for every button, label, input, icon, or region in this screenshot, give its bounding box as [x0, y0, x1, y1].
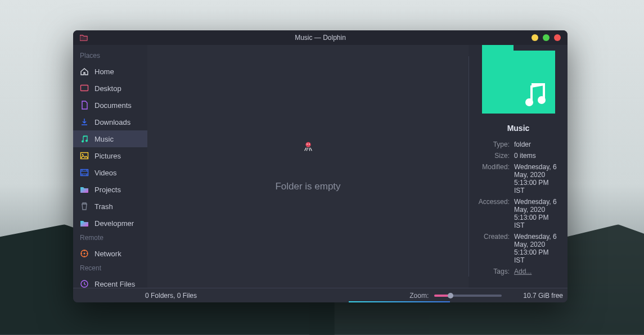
sidebar-item-music[interactable]: Music — [73, 130, 147, 147]
item-counts: 0 Folders, 0 Files — [145, 292, 197, 300]
info-value: Wednesday, 6 May, 2020 5:13:00 PM IST — [514, 233, 561, 264]
sidebar-item-label: Documents — [94, 101, 132, 110]
minimize-button[interactable] — [532, 34, 538, 41]
svg-point-12 — [525, 98, 533, 106]
titlebar[interactable]: Music — Dolphin — [73, 30, 568, 45]
info-value: Add... — [514, 268, 561, 275]
sidebar-header: Recent — [73, 262, 147, 275]
sidebar-item-label: Home — [94, 67, 114, 76]
pics-icon — [80, 151, 89, 160]
sidebar-item-pictures[interactable]: Pictures — [73, 147, 147, 164]
svg-rect-0 — [81, 85, 88, 91]
empty-folder-label: Folder is empty — [275, 181, 340, 192]
svg-point-4 — [82, 154, 83, 155]
maximize-button[interactable] — [543, 34, 550, 41]
svg-point-1 — [82, 141, 84, 143]
desk-icon — [80, 84, 89, 93]
sidebar-item-recent-files[interactable]: Recent Files — [73, 275, 147, 288]
music-icon — [80, 134, 89, 143]
folder-thumbnail — [482, 51, 555, 114]
sidebar-item-videos[interactable]: Videos — [73, 164, 147, 181]
sidebar-item-label: Projects — [94, 185, 121, 194]
sidebar-item-label: Network — [94, 250, 121, 258]
svg-point-10 — [307, 144, 308, 145]
info-value: folder — [514, 141, 561, 148]
svg-point-13 — [538, 96, 546, 104]
info-value: Wednesday, 6 May, 2020 5:13:00 PM IST — [514, 163, 561, 194]
sidebar-item-label: Pictures — [94, 152, 121, 160]
sidebar-item-label: Recent Files — [94, 280, 135, 288]
sidebar-item-downloads[interactable]: Downloads — [73, 114, 147, 130]
zoom-label: Zoom: — [409, 292, 429, 300]
zoom-slider[interactable] — [434, 295, 502, 297]
sidebar: PlacesHomeDesktopDocumentsDownloadsMusic… — [73, 45, 147, 288]
sidebar-item-label: Developmer — [94, 219, 134, 228]
svg-point-7 — [84, 253, 85, 255]
recent-icon — [80, 279, 89, 288]
empty-icon — [302, 141, 314, 153]
info-title: Music — [476, 124, 561, 133]
sidebar-item-trash[interactable]: Trash — [73, 198, 147, 215]
sidebar-item-label: Music — [94, 135, 114, 143]
sidebar-item-network[interactable]: Network — [73, 245, 147, 262]
sidebar-header: Places — [73, 49, 147, 63]
down-icon — [80, 117, 89, 126]
free-space-bar — [349, 301, 450, 302]
svg-point-2 — [85, 140, 88, 142]
info-panel: Music Type:folderSize:0 itemsModified:We… — [469, 45, 568, 288]
sidebar-item-desktop[interactable]: Desktop — [73, 80, 147, 97]
svg-rect-3 — [81, 153, 88, 159]
sidebar-item-label: Trash — [94, 202, 113, 211]
app-icon — [80, 34, 88, 42]
info-key: Created: — [476, 233, 510, 264]
docs-icon — [80, 101, 89, 110]
dev-icon — [80, 219, 89, 228]
info-key: Modified: — [476, 163, 510, 194]
sidebar-item-projects[interactable]: Projects — [73, 181, 147, 198]
home-icon — [80, 67, 89, 76]
sidebar-item-label: Downloads — [94, 118, 130, 126]
proj-icon — [80, 185, 89, 194]
sidebar-item-developmer[interactable]: Developmer — [73, 215, 147, 232]
info-key: Accessed: — [476, 198, 510, 229]
app-window: Music — Dolphin PlacesHomeDesktopDocumen… — [73, 30, 568, 302]
sidebar-item-home[interactable]: Home — [73, 63, 147, 80]
window-title: Music — Dolphin — [73, 34, 568, 42]
svg-rect-5 — [81, 170, 88, 176]
trash-icon — [80, 202, 89, 211]
status-bar: 0 Folders, 0 Files Zoom: 10.7 GiB free — [73, 288, 568, 302]
sidebar-item-label: Desktop — [94, 84, 121, 93]
svg-point-9 — [305, 142, 310, 147]
info-key: Size: — [476, 152, 510, 160]
free-space: 10.7 GiB free — [523, 292, 563, 300]
vids-icon — [80, 168, 89, 177]
info-key: Type: — [476, 141, 510, 148]
sidebar-item-label: Videos — [94, 169, 117, 177]
sidebar-item-documents[interactable]: Documents — [73, 97, 147, 114]
info-key: Tags: — [476, 268, 510, 275]
info-value: Wednesday, 6 May, 2020 5:13:00 PM IST — [514, 198, 561, 229]
main-view[interactable]: Folder is empty — [147, 45, 469, 288]
sidebar-header: Remote — [73, 232, 147, 245]
info-value: 0 items — [514, 152, 561, 160]
close-button[interactable] — [554, 34, 561, 41]
net-icon — [80, 249, 89, 258]
add-tags-link[interactable]: Add... — [514, 268, 532, 275]
svg-point-11 — [308, 144, 309, 145]
